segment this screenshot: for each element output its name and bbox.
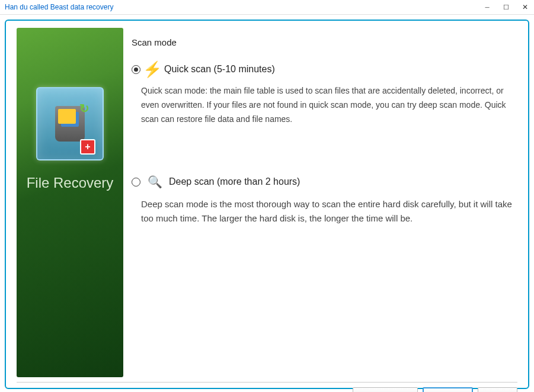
maximize-button[interactable]	[502, 3, 510, 11]
content-area: + File Recovery Scan mode Quick scan (5-…	[6, 21, 528, 377]
quick-scan-radio[interactable]	[132, 65, 140, 74]
button-row: <Previous step Next Step Cancel	[6, 383, 528, 392]
section-heading: Scan mode	[132, 37, 517, 47]
magnify-icon	[146, 173, 163, 190]
previous-button[interactable]: <Previous step	[353, 387, 418, 392]
quick-scan-label: Quick scan (5-10 minutes)	[164, 64, 275, 75]
window-controls	[483, 3, 529, 11]
main-frame: + File Recovery Scan mode Quick scan (5-…	[5, 20, 529, 389]
quick-scan-description: Quick scan mode: the main file table is …	[141, 84, 517, 126]
sidebar-title: File Recovery	[27, 175, 114, 191]
deep-scan-label: Deep scan (more than 2 hours)	[169, 176, 300, 187]
window-title: Han du called Beast data recovery	[5, 3, 113, 11]
cancel-button[interactable]: Cancel	[478, 387, 517, 392]
app-icon: +	[36, 87, 104, 160]
close-button[interactable]	[521, 3, 529, 11]
recycle-bin-icon	[55, 106, 85, 142]
side-panel: + File Recovery	[17, 28, 123, 377]
deep-scan-radio[interactable]	[132, 178, 140, 187]
next-button[interactable]: Next Step	[423, 387, 473, 392]
minimize-button[interactable]	[483, 3, 491, 11]
medical-cross-icon: +	[80, 139, 95, 155]
deep-scan-description: Deep scan mode is the most thorough way …	[141, 197, 517, 225]
deep-scan-option[interactable]: Deep scan (more than 2 hours)	[132, 173, 517, 190]
quick-scan-option[interactable]: Quick scan (5-10 minutes)	[132, 60, 517, 78]
scan-mode-panel: Scan mode Quick scan (5-10 minutes) Quic…	[132, 28, 517, 377]
titlebar: Han du called Beast data recovery	[0, 0, 534, 15]
lightning-icon	[146, 60, 158, 78]
